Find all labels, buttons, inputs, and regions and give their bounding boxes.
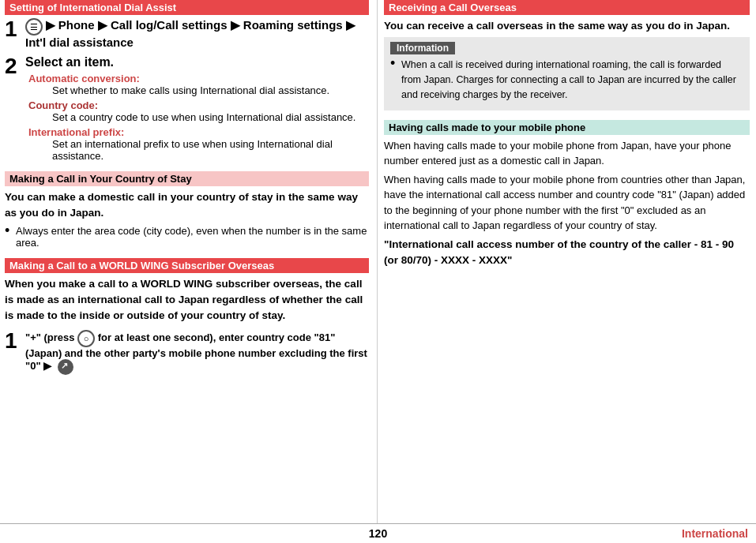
- step1-instruction: ☰ ▶ Phone ▶ Call log/Call settings ▶ Roa…: [25, 18, 369, 49]
- info-text: When a call is received during internati…: [401, 58, 743, 102]
- world-wing-step1-content: "+" (press ○ for at least one second), e…: [25, 330, 369, 375]
- item-intl-term: International prefix:: [28, 126, 124, 138]
- footer: 120 International: [0, 523, 756, 543]
- phone-icon: ☰: [25, 18, 43, 36]
- receiving-body-bold: You can receive a call overseas in the s…: [384, 18, 750, 34]
- step1-content: ☰ ▶ Phone ▶ Call log/Call settings ▶ Roa…: [25, 18, 369, 49]
- country-stay-body-bold: You can make a domestic call in your cou…: [5, 189, 369, 222]
- zero-key-icon: ○: [77, 330, 95, 347]
- country-stay-bullet-text: Always enter the area code (city code), …: [16, 225, 369, 249]
- step2-row: 2 Select an item. Automatic conversion: …: [5, 55, 369, 165]
- having-calls-header-text: Having calls made to your mobile phone: [389, 122, 585, 133]
- having-calls-body1: When having calls made to your mobile ph…: [384, 138, 750, 169]
- world-wing-step1-row: 1 "+" (press ○ for at least one second),…: [5, 330, 369, 375]
- left-main-header: Setting of International Dial Assist: [5, 0, 369, 15]
- step2-content: Select an item. Automatic conversion: Se…: [25, 55, 369, 165]
- receiving-section: Receiving a Call Overseas You can receiv…: [384, 0, 750, 110]
- right-column: Receiving a Call Overseas You can receiv…: [378, 0, 756, 523]
- world-wing-header: Making a Call to a WORLD WING Subscriber…: [5, 258, 369, 273]
- item-auto: Automatic conversion: Set whether to mak…: [25, 73, 369, 96]
- item-auto-desc: Set whether to make calls using Internat…: [28, 84, 369, 96]
- country-stay-header: Making a Call in Your Country of Stay: [5, 171, 369, 186]
- page-container: Setting of International Dial Assist 1 ☰…: [0, 0, 756, 523]
- info-label: Information: [390, 42, 455, 54]
- world-wing-step1-number: 1: [5, 330, 22, 352]
- footer-label: International: [682, 527, 748, 540]
- bullet-dot-icon: •: [5, 223, 16, 238]
- step1-number: 1: [5, 18, 22, 40]
- having-calls-body2: When having calls made to your mobile ph…: [384, 172, 750, 234]
- world-wing-step1-instruction: "+" (press ○ for at least one second), e…: [25, 330, 369, 375]
- having-calls-body-bold: "International call access number of the…: [384, 237, 750, 269]
- country-stay-section: Making a Call in Your Country of Stay Yo…: [5, 171, 369, 249]
- item-intl: International prefix: Set an internation…: [25, 126, 369, 162]
- world-wing-body-bold: When you make a call to a WORLD WING sub…: [5, 276, 369, 324]
- info-bullet-dot: •: [390, 56, 401, 70]
- having-calls-header: Having calls made to your mobile phone: [384, 120, 750, 135]
- having-calls-section: Having calls made to your mobile phone W…: [384, 120, 750, 269]
- call-dial-icon: [58, 359, 73, 375]
- step2-instruction: Select an item.: [25, 55, 369, 69]
- receiving-header-text: Receiving a Call Overseas: [389, 2, 517, 13]
- item-country-term: Country code:: [28, 99, 98, 111]
- item-intl-desc: Set an international prefix to use when …: [28, 138, 369, 162]
- item-country: Country code: Set a country code to use …: [25, 99, 369, 123]
- item-country-desc: Set a country code to use when using Int…: [28, 111, 369, 123]
- receiving-header: Receiving a Call Overseas: [384, 0, 750, 15]
- item-auto-term: Automatic conversion:: [28, 73, 140, 84]
- info-bullet: • When a call is received during interna…: [390, 58, 743, 102]
- info-box: Information • When a call is received du…: [384, 37, 750, 110]
- country-stay-header-text: Making a Call in Your Country of Stay: [9, 173, 192, 185]
- world-wing-header-text: Making a Call to a WORLD WING Subscriber…: [9, 260, 274, 272]
- left-main-header-text: Setting of International Dial Assist: [9, 2, 176, 13]
- step2-number: 2: [5, 55, 22, 77]
- step1-row: 1 ☰ ▶ Phone ▶ Call log/Call settings ▶ R…: [5, 18, 369, 49]
- world-wing-section: Making a Call to a WORLD WING Subscriber…: [5, 258, 369, 376]
- page-number: 120: [369, 527, 387, 540]
- country-stay-bullet: • Always enter the area code (city code)…: [5, 225, 369, 249]
- left-column: Setting of International Dial Assist 1 ☰…: [0, 0, 378, 523]
